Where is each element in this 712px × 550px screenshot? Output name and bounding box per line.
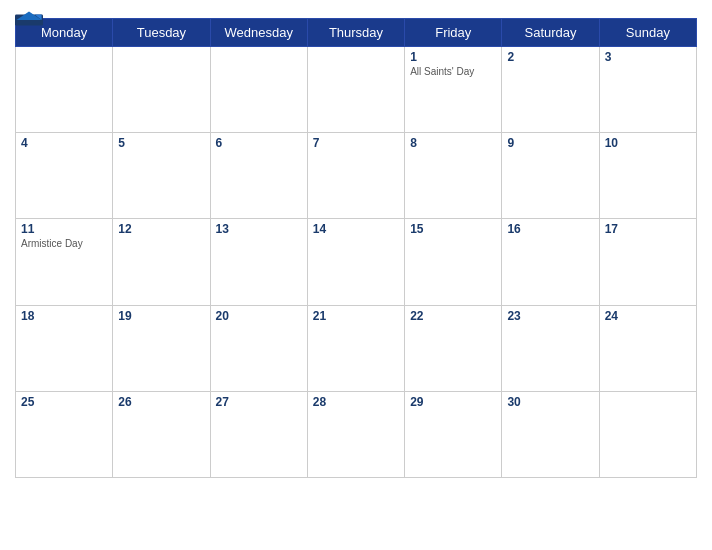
holiday-name: Armistice Day — [21, 238, 107, 249]
day-number: 17 — [605, 222, 691, 236]
calendar-cell: 21 — [307, 305, 404, 391]
calendar-cell: 26 — [113, 391, 210, 477]
day-number: 2 — [507, 50, 593, 64]
day-number: 5 — [118, 136, 204, 150]
calendar-cell — [307, 47, 404, 133]
day-number: 23 — [507, 309, 593, 323]
calendar-cell — [599, 391, 696, 477]
day-number: 3 — [605, 50, 691, 64]
calendar-cell: 20 — [210, 305, 307, 391]
weekday-header-friday: Friday — [405, 19, 502, 47]
calendar-cell: 3 — [599, 47, 696, 133]
week-row-4: 252627282930 — [16, 391, 697, 477]
day-number: 19 — [118, 309, 204, 323]
day-number: 12 — [118, 222, 204, 236]
calendar-cell — [113, 47, 210, 133]
weekday-header-wednesday: Wednesday — [210, 19, 307, 47]
week-row-1: 45678910 — [16, 133, 697, 219]
calendar-cell: 16 — [502, 219, 599, 305]
calendar-cell: 13 — [210, 219, 307, 305]
day-number: 21 — [313, 309, 399, 323]
day-number: 20 — [216, 309, 302, 323]
day-number: 26 — [118, 395, 204, 409]
week-row-0: 1All Saints' Day23 — [16, 47, 697, 133]
calendar-container: MondayTuesdayWednesdayThursdayFridaySatu… — [0, 0, 712, 550]
calendar-cell: 24 — [599, 305, 696, 391]
weekday-header-tuesday: Tuesday — [113, 19, 210, 47]
calendar-cell: 27 — [210, 391, 307, 477]
day-number: 16 — [507, 222, 593, 236]
week-row-2: 11Armistice Day121314151617 — [16, 219, 697, 305]
day-number: 15 — [410, 222, 496, 236]
calendar-cell: 17 — [599, 219, 696, 305]
day-number: 10 — [605, 136, 691, 150]
calendar-cell: 15 — [405, 219, 502, 305]
day-number: 28 — [313, 395, 399, 409]
logo-icon — [15, 10, 43, 30]
day-number: 29 — [410, 395, 496, 409]
calendar-cell: 10 — [599, 133, 696, 219]
logo — [15, 10, 43, 30]
weekday-header-saturday: Saturday — [502, 19, 599, 47]
day-number: 22 — [410, 309, 496, 323]
calendar-cell: 2 — [502, 47, 599, 133]
calendar-cell: 11Armistice Day — [16, 219, 113, 305]
calendar-cell: 1All Saints' Day — [405, 47, 502, 133]
calendar-cell: 7 — [307, 133, 404, 219]
calendar-cell: 22 — [405, 305, 502, 391]
calendar-cell: 29 — [405, 391, 502, 477]
weekday-header-thursday: Thursday — [307, 19, 404, 47]
calendar-cell: 4 — [16, 133, 113, 219]
day-number: 9 — [507, 136, 593, 150]
calendar-cell: 5 — [113, 133, 210, 219]
calendar-cell — [16, 47, 113, 133]
day-number: 27 — [216, 395, 302, 409]
day-number: 1 — [410, 50, 496, 64]
calendar-cell: 6 — [210, 133, 307, 219]
day-number: 6 — [216, 136, 302, 150]
calendar-cell: 23 — [502, 305, 599, 391]
calendar-table: MondayTuesdayWednesdayThursdayFridaySatu… — [15, 18, 697, 478]
calendar-cell: 18 — [16, 305, 113, 391]
day-number: 7 — [313, 136, 399, 150]
week-row-3: 18192021222324 — [16, 305, 697, 391]
day-number: 30 — [507, 395, 593, 409]
calendar-cell: 8 — [405, 133, 502, 219]
day-number: 14 — [313, 222, 399, 236]
weekday-header-sunday: Sunday — [599, 19, 696, 47]
calendar-cell: 25 — [16, 391, 113, 477]
holiday-name: All Saints' Day — [410, 66, 496, 77]
day-number: 11 — [21, 222, 107, 236]
calendar-cell: 30 — [502, 391, 599, 477]
calendar-cell: 9 — [502, 133, 599, 219]
day-number: 25 — [21, 395, 107, 409]
day-number: 8 — [410, 136, 496, 150]
weekday-header-row: MondayTuesdayWednesdayThursdayFridaySatu… — [16, 19, 697, 47]
calendar-cell: 19 — [113, 305, 210, 391]
day-number: 24 — [605, 309, 691, 323]
day-number: 13 — [216, 222, 302, 236]
calendar-cell: 28 — [307, 391, 404, 477]
day-number: 4 — [21, 136, 107, 150]
calendar-cell: 12 — [113, 219, 210, 305]
calendar-cell: 14 — [307, 219, 404, 305]
day-number: 18 — [21, 309, 107, 323]
calendar-cell — [210, 47, 307, 133]
